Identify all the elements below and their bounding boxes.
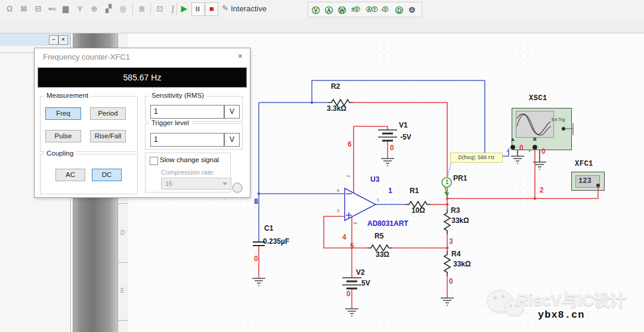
channel-b-minus-mark: - xyxy=(538,150,540,154)
dropdown-chevron-icon xyxy=(222,182,227,185)
net-label-0-r4: 0 xyxy=(449,277,453,286)
measurement-group: Measurement Freq Period Pulse Rise/Fall xyxy=(40,96,138,152)
net-label-6: 6 xyxy=(348,140,352,148)
sheet-zone-label-e: E xyxy=(120,287,125,294)
net-label-2: 2 xyxy=(540,186,544,194)
probe-current-icon[interactable]: Ⓐ xyxy=(325,5,333,16)
r3-value-label: 33kΩ xyxy=(451,216,469,225)
channel-a-plus-mark: + xyxy=(506,149,509,153)
place-misc-icon[interactable]: MSC xyxy=(47,3,58,15)
probe-settings-icon[interactable]: ⚙ xyxy=(408,5,416,14)
compression-rate-dropdown[interactable]: 16 xyxy=(161,178,231,190)
v2-ref-label: V2 xyxy=(356,268,365,277)
compression-rate-value: 16 xyxy=(165,180,172,187)
slow-change-label: Slow change signal xyxy=(160,156,219,163)
xsc1-ref-label: XSC1 xyxy=(529,94,547,103)
r3-ref-label: R3 xyxy=(451,206,460,215)
sensitivity-group: Sensitivity (RMS) 1 V xyxy=(145,96,243,122)
pr1-ref-label: PR1 xyxy=(453,174,467,182)
trigger-level-group: Trigger level 1 V xyxy=(145,123,243,150)
frequency-counter-xfc1[interactable]: 123 xyxy=(571,172,605,191)
place-cmos-icon[interactable]: ▞ xyxy=(103,3,114,15)
place-analog-icon[interactable]: Y xyxy=(74,3,86,15)
dialog-grip-circle xyxy=(232,182,243,193)
place-connector-icon[interactable]: ⊡ xyxy=(154,3,166,15)
probe-power-icon[interactable]: Ⓦ xyxy=(338,5,346,16)
trigger-level-unit[interactable]: V xyxy=(224,133,240,147)
dialog-titlebar[interactable]: Frequency counter-XFC1 × xyxy=(35,48,250,65)
compression-rate-label: Compression rate: xyxy=(161,169,215,176)
channel-b-plus-mark: + xyxy=(528,149,531,153)
multisim-window: Ω ⊠ ⊟ MSC ▆ Y ⊕ ▞ ◎ ≣ ⊡ ∫ ▶ II ■ ✎ Inter… xyxy=(0,0,644,332)
run-button[interactable]: ▶ xyxy=(179,2,190,15)
frequency-readout-display: 585.67 Hz xyxy=(38,67,247,88)
probe-pr1-number: 1 xyxy=(444,179,450,185)
r5-value-label: 33Ω xyxy=(376,250,389,259)
v2-value-label: 5V xyxy=(361,279,370,287)
v1-ref-label: V1 xyxy=(399,121,408,129)
sensitivity-unit[interactable]: V xyxy=(224,105,240,119)
channel-a-label: A xyxy=(511,137,515,142)
zone-divider xyxy=(117,262,128,263)
probe-diff-voltage-icon[interactable]: ±Ⓥ xyxy=(351,5,360,14)
ac-coupling-button[interactable]: AC xyxy=(55,169,85,181)
stop-button[interactable]: ■ xyxy=(205,2,218,16)
place-source-icon[interactable]: Ω xyxy=(4,3,16,15)
r1-value-label: 10Ω xyxy=(411,206,425,215)
interactive-mode-label[interactable]: Interactive xyxy=(231,4,267,13)
r2-value-label: 3.3kΩ xyxy=(327,104,346,113)
opamp-pin4-number: 4 xyxy=(337,188,339,193)
xfc1-ref-label: XFC1 xyxy=(575,160,593,168)
trigger-level-input[interactable]: 1 xyxy=(150,133,224,147)
frequency-counter-dialog[interactable]: Frequency counter-XFC1 × 585.67 Hz Measu… xyxy=(34,48,250,198)
dialog-close-icon[interactable]: × xyxy=(238,51,243,61)
net-label-0-xsc-a: 0 xyxy=(519,144,524,152)
interactive-tool-icon: ✎ xyxy=(222,4,228,13)
probe-ref-voltage-icon[interactable]: -Ⓥ xyxy=(381,5,388,14)
main-toolbar: Ω ⊠ ⊟ MSC ▆ Y ⊕ ▞ ◎ ≣ ⊡ ∫ ▶ II ■ ✎ Inter… xyxy=(0,0,644,18)
place-indicator-icon[interactable]: ◎ xyxy=(117,3,129,15)
oscilloscope-screen xyxy=(516,111,554,138)
net-label-0-c1: 0 xyxy=(254,255,258,263)
panel-close-button[interactable]: × xyxy=(58,35,68,45)
place-ladder-icon[interactable]: ∫ xyxy=(167,3,179,15)
ext-trig-label: Ext Trig xyxy=(552,117,565,122)
frequency-counter-mini-display: 123 xyxy=(575,175,600,188)
v1-value-label: -5V xyxy=(400,133,411,141)
opamp-pin2-number: 2 xyxy=(346,175,351,178)
dc-coupling-button[interactable]: DC xyxy=(92,169,122,181)
trigger-level-legend: Trigger level xyxy=(149,119,191,126)
opamp-pin5-number: 5 xyxy=(353,222,357,225)
r4-ref-label: R4 xyxy=(451,250,460,258)
place-basic-icon[interactable]: ⊠ xyxy=(18,3,30,15)
probe-voltage-current-icon[interactable]: ⒶⓎ xyxy=(366,5,377,14)
net-label-0-v2: 0 xyxy=(346,290,351,298)
rise-fall-button[interactable]: Rise/Fall xyxy=(90,130,126,142)
coupling-legend: Coupling xyxy=(44,150,76,157)
r1-ref-label: R1 xyxy=(410,187,419,195)
probe-voltage-icon[interactable]: Ⓥ xyxy=(312,5,320,16)
net-label-0-v1: 0 xyxy=(390,144,394,152)
panel-minimize-button[interactable]: – xyxy=(49,35,58,45)
place-bus-icon[interactable]: ≣ xyxy=(136,3,148,15)
c1-value-label: 0.235µF xyxy=(263,237,289,246)
freq-button[interactable]: Freq xyxy=(45,107,81,120)
period-button[interactable]: Period xyxy=(90,107,126,120)
slow-change-group: Slow change signal Compression rate: 16 xyxy=(145,153,231,193)
toolbar-separator xyxy=(177,2,177,15)
net-label-0-xsc-b: 0 xyxy=(541,147,546,156)
secondary-toolbar-strip xyxy=(0,18,644,33)
pulse-button[interactable]: Pulse xyxy=(45,130,81,142)
dialog-title: Frequency counter-XFC1 xyxy=(43,52,130,61)
sensitivity-input[interactable]: 1 xyxy=(150,105,224,119)
place-transistor-icon[interactable]: ▆ xyxy=(60,3,72,15)
sheet-zone-label-d: D xyxy=(120,229,125,236)
place-diode-icon[interactable]: ⊟ xyxy=(32,3,44,15)
pause-button[interactable]: II xyxy=(191,2,205,16)
probe-digital-icon[interactable]: Ⓓ xyxy=(395,5,403,16)
opamp-pin3-number: 3 xyxy=(337,209,339,213)
opamp-pin1-number: 1 xyxy=(377,198,379,202)
slow-change-checkbox[interactable] xyxy=(150,157,158,165)
place-ttl-icon[interactable]: ⊕ xyxy=(88,3,100,15)
r4-value-label: 33kΩ xyxy=(453,260,471,268)
